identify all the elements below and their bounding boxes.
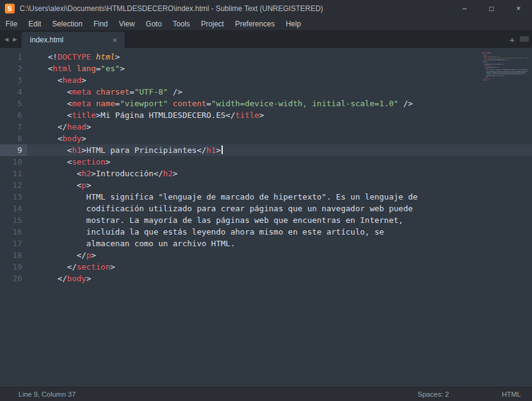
code-line[interactable]: 3 <head>	[0, 74, 532, 86]
menu-edit[interactable]: Edit	[23, 17, 47, 30]
code-line[interactable]: 13 HTML significa "lenguaje de marcado d…	[0, 191, 532, 203]
code-line[interactable]: 2<html lang="es">	[0, 63, 532, 74]
line-number[interactable]: 11	[0, 168, 27, 179]
menu-goto[interactable]: Goto	[141, 17, 168, 30]
window-title: C:\Users\alexi\Documents\HTMLDESDECERO\i…	[20, 4, 451, 13]
code-text: <p>	[27, 179, 91, 191]
editor[interactable]: 1<!DOCTYPE html>2<html lang="es">3 <head…	[0, 48, 532, 387]
line-number[interactable]: 7	[0, 121, 27, 133]
code-line[interactable]: 8 <body>	[0, 133, 532, 144]
line-number[interactable]: 5	[0, 98, 27, 109]
code-line[interactable]: 18 </p>	[0, 249, 532, 261]
line-number[interactable]: 16	[0, 226, 27, 238]
code-text: <meta charset="UTF-8" />	[27, 86, 182, 98]
new-tab-button[interactable]: +	[509, 31, 515, 48]
line-number[interactable]: 19	[0, 261, 27, 273]
code-line[interactable]: 9 <h1>HTML para Principiantes</h1>	[0, 144, 532, 156]
cursor-position: Line 9, Column 37	[18, 391, 418, 398]
line-number[interactable]: 18	[0, 249, 27, 261]
code-line[interactable]: 6 <title>Mi Página HTMLDESDECERO.ES</tit…	[0, 109, 532, 121]
code-line[interactable]: 12 <p>	[0, 179, 532, 191]
code-line[interactable]: 4 <meta charset="UTF-8" />	[0, 86, 532, 98]
minimap-content: <!DOCTYPE html><html lang="es"> <head> <…	[482, 52, 531, 81]
line-number[interactable]: 12	[0, 179, 27, 191]
menu-project[interactable]: Project	[196, 17, 229, 30]
code-text: <!DOCTYPE html>	[27, 51, 120, 63]
back-arrow-icon[interactable]: ◀	[4, 36, 9, 42]
code-text: HTML significa "lenguaje de marcado de h…	[27, 191, 418, 203]
code-line[interactable]: 10 <section>	[0, 156, 532, 168]
tab-nav-arrows: ◀ ▶	[0, 31, 21, 48]
code-text: <h2>Introducción</h2>	[27, 168, 177, 179]
tab-bar: ◀ ▶ index.html × +	[0, 31, 532, 48]
minimap-line: </body>	[482, 79, 531, 80]
code-line[interactable]: 11 <h2>Introducción</h2>	[0, 168, 532, 179]
menu-selection[interactable]: Selection	[47, 17, 88, 30]
minimize-icon[interactable]: –	[451, 0, 478, 17]
line-number[interactable]: 8	[0, 133, 27, 144]
line-number[interactable]: 9	[0, 144, 27, 156]
syntax-mode[interactable]: HTML	[502, 391, 521, 398]
code-area: 1<!DOCTYPE html>2<html lang="es">3 <head…	[0, 51, 532, 284]
indent-setting[interactable]: Spaces: 2	[418, 391, 449, 398]
menu-help[interactable]: Help	[280, 17, 307, 30]
tab-index-html[interactable]: index.html ×	[21, 32, 125, 48]
code-text: <head>	[27, 74, 87, 86]
forward-arrow-icon[interactable]: ▶	[13, 36, 17, 42]
sublime-logo-icon: S	[5, 4, 15, 14]
menu-tools[interactable]: Tools	[168, 17, 196, 30]
line-number[interactable]: 10	[0, 156, 27, 168]
text-caret	[222, 146, 223, 154]
code-text: <meta name="viewport" content="width=dev…	[27, 98, 413, 109]
code-text: <title>Mi Página HTMLDESDECERO.ES</title…	[27, 109, 264, 121]
menu-view[interactable]: View	[114, 17, 141, 30]
window-controls: – □ ×	[451, 0, 532, 17]
tab-close-icon[interactable]: ×	[110, 36, 120, 45]
code-text: </body>	[27, 273, 91, 284]
line-number[interactable]: 4	[0, 86, 27, 98]
code-line[interactable]: 17 almacenan como un archivo HTML.	[0, 238, 532, 249]
menu-file[interactable]: File	[0, 17, 23, 30]
line-number[interactable]: 17	[0, 238, 27, 249]
code-line[interactable]: 20 </body>	[0, 273, 532, 284]
code-text: incluida la que estás leyendo ahora mism…	[27, 226, 384, 238]
code-text: </p>	[27, 249, 96, 261]
line-number[interactable]: 3	[0, 74, 27, 86]
code-text: <section>	[27, 156, 110, 168]
code-text: </section>	[27, 261, 115, 273]
code-line[interactable]: 1<!DOCTYPE html>	[0, 51, 532, 63]
code-text: mostrar. La mayoría de las páginas web q…	[27, 214, 403, 226]
maximize-icon[interactable]: □	[478, 0, 505, 17]
minimap[interactable]: <!DOCTYPE html><html lang="es"> <head> <…	[482, 52, 531, 85]
code-line[interactable]: 5 <meta name="viewport" content="width=d…	[0, 98, 532, 109]
code-text: <h1>HTML para Principiantes</h1>	[27, 144, 223, 156]
code-line[interactable]: 16 incluida la que estás leyendo ahora m…	[0, 226, 532, 238]
menu-find[interactable]: Find	[88, 17, 113, 30]
code-text: <body>	[27, 133, 87, 144]
line-number[interactable]: 13	[0, 191, 27, 203]
line-number[interactable]: 2	[0, 63, 27, 74]
code-text: <html lang="es">	[27, 63, 125, 74]
code-line[interactable]: 7 </head>	[0, 121, 532, 133]
line-number[interactable]: 14	[0, 203, 27, 214]
tab-overflow-indicator	[520, 36, 529, 42]
menu-bar: FileEditSelectionFindViewGotoToolsProjec…	[0, 17, 532, 31]
tab-label: index.html	[30, 36, 110, 44]
sublime-window: { "window": { "title": "C:\\Users\\alexi…	[0, 0, 532, 401]
line-number[interactable]: 1	[0, 51, 27, 63]
line-number[interactable]: 20	[0, 273, 27, 284]
close-icon[interactable]: ×	[505, 0, 532, 17]
code-text: codificación utilizado para crear página…	[27, 203, 413, 214]
code-text: </head>	[27, 121, 91, 133]
code-line[interactable]: 19 </section>	[0, 261, 532, 273]
code-line[interactable]: 14 codificación utilizado para crear pág…	[0, 203, 532, 214]
line-number[interactable]: 6	[0, 109, 27, 121]
title-bar: S C:\Users\alexi\Documents\HTMLDESDECERO…	[0, 0, 532, 17]
line-number[interactable]: 15	[0, 214, 27, 226]
status-bar: Line 9, Column 37 Spaces: 2 HTML	[0, 387, 532, 401]
code-line[interactable]: 15 mostrar. La mayoría de las páginas we…	[0, 214, 532, 226]
menu-preferences[interactable]: Preferences	[229, 17, 280, 30]
code-text: almacenan como un archivo HTML.	[27, 238, 235, 249]
